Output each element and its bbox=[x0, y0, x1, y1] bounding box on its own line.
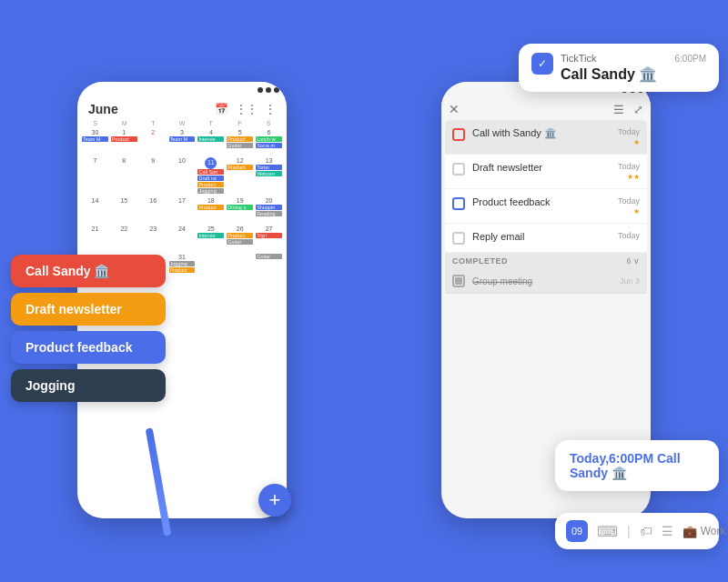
task-item-product-feedback[interactable]: Product feedback Today ★ bbox=[445, 189, 647, 224]
battery-icon bbox=[274, 87, 279, 93]
signal-icon bbox=[258, 87, 263, 93]
fab-button[interactable]: + bbox=[258, 484, 291, 517]
task-priority: ★ bbox=[633, 138, 640, 146]
completed-item-group-meeting[interactable]: Group meeting Jun 3 bbox=[445, 269, 647, 294]
task-card-label: Draft newsletter bbox=[25, 302, 122, 316]
completed-task-title: Group meeting bbox=[472, 276, 532, 286]
task-list-body: Call with Sandy 🏛️ Today ★ Draft newslet… bbox=[445, 120, 647, 253]
left-side: June 📅 ⋮⋮ ⋮ S M T W T F S bbox=[0, 0, 364, 582]
task-priority: ★★ bbox=[627, 173, 640, 181]
calendar-header: June 📅 ⋮⋮ ⋮ bbox=[77, 98, 287, 118]
check-icon: ✓ bbox=[538, 57, 547, 70]
calendar-week-3: 14 15 16 17 18Product 19Dining o 20Shopp… bbox=[81, 196, 283, 224]
number-icon[interactable]: 09 bbox=[566, 520, 588, 542]
calendar-week-1: 30Team M 1Product 2 3Team M 4Intervie 5P… bbox=[81, 128, 283, 156]
task-card-product-feedback[interactable]: Product feedback bbox=[11, 331, 166, 364]
completed-label: COMPLETED bbox=[452, 256, 508, 266]
separator: | bbox=[627, 524, 631, 538]
task-date: Today bbox=[618, 196, 640, 206]
task-meta: Today bbox=[618, 231, 640, 240]
task-title: Draft newsletter bbox=[472, 162, 611, 173]
number-value: 09 bbox=[571, 526, 582, 537]
completed-task-date: Jun 3 bbox=[620, 276, 640, 286]
task-meta: Today ★ bbox=[618, 196, 640, 216]
work-label: Work bbox=[701, 525, 726, 537]
task-title: Call with Sandy 🏛️ bbox=[472, 127, 611, 139]
close-icon[interactable]: ✕ bbox=[449, 102, 460, 116]
task-priority: ★ bbox=[633, 207, 640, 216]
notification-app-row: TickTick 6:00PM bbox=[561, 53, 706, 64]
completed-count[interactable]: 6 ∨ bbox=[626, 256, 640, 266]
wifi-icon bbox=[266, 87, 271, 93]
expand-icon[interactable]: ⤢ bbox=[633, 103, 643, 116]
task-content: Product feedback bbox=[472, 196, 611, 207]
bottom-notification: Today,6:00PM Call Sandy 🏛️ bbox=[555, 440, 719, 491]
work-selector[interactable]: 💼 Work bbox=[682, 525, 726, 538]
task-content: Reply email bbox=[472, 231, 611, 242]
calendar-toolbar: 📅 ⋮⋮ ⋮ bbox=[215, 103, 276, 115]
notification-title: Call Sandy 🏛️ bbox=[561, 65, 706, 83]
task-checkbox[interactable] bbox=[452, 163, 465, 176]
task-meta: Today ★ bbox=[618, 127, 640, 146]
calendar-month: June bbox=[88, 102, 118, 116]
status-bar-left bbox=[77, 82, 287, 98]
task-card-call-sandy[interactable]: Call Sandy 🏛️ bbox=[11, 255, 166, 287]
notification-popup: ✓ TickTick 6:00PM Call Sandy 🏛️ bbox=[519, 44, 719, 92]
task-item-reply-email[interactable]: Reply email Today bbox=[445, 224, 647, 253]
completed-section: COMPLETED 6 ∨ bbox=[445, 253, 647, 269]
task-date: Today bbox=[618, 162, 640, 171]
task-content: Call with Sandy 🏛️ bbox=[472, 127, 611, 139]
task-meta: Today ★★ bbox=[618, 162, 640, 181]
task-date: Today bbox=[618, 231, 640, 240]
app-name: TickTick bbox=[561, 53, 597, 64]
main-container: June 📅 ⋮⋮ ⋮ S M T W T F S bbox=[0, 0, 728, 582]
tag-icon[interactable]: 🏷 bbox=[640, 524, 652, 538]
task-list-header: ✕ ☰ ⤢ bbox=[441, 98, 651, 120]
notification-content: TickTick 6:00PM Call Sandy 🏛️ bbox=[561, 53, 706, 83]
right-side: ✓ TickTick 6:00PM Call Sandy 🏛️ ✕ bbox=[364, 0, 728, 582]
keyboard-icon[interactable]: ⌨ bbox=[597, 523, 618, 540]
task-card-draft-newsletter[interactable]: Draft newsletter bbox=[11, 293, 166, 326]
check-inner bbox=[455, 277, 462, 285]
task-content: Draft newsletter bbox=[472, 162, 611, 173]
task-item-draft-newsletter[interactable]: Draft newsletter Today ★★ bbox=[445, 155, 647, 189]
task-card-label: Product feedback bbox=[25, 340, 132, 355]
task-card-jogging[interactable]: Jogging bbox=[11, 369, 166, 402]
list-icon[interactable]: ☰ bbox=[662, 524, 673, 538]
task-checkbox[interactable] bbox=[452, 197, 465, 210]
calendar-week-4: 21 22 23 24 25Intervie 26ProductGuitar 2… bbox=[81, 225, 283, 252]
task-item-call-sandy[interactable]: Call with Sandy 🏛️ Today ★ bbox=[445, 120, 647, 155]
app-logo: ✓ bbox=[531, 53, 553, 75]
task-title: Reply email bbox=[472, 231, 611, 242]
task-checkbox[interactable] bbox=[452, 128, 465, 141]
task-title: Product feedback bbox=[472, 196, 611, 207]
more-options-icon[interactable]: ⋮ bbox=[265, 103, 276, 115]
grid-view-icon[interactable]: ⋮⋮ bbox=[236, 103, 258, 115]
task-checkbox[interactable] bbox=[452, 232, 465, 245]
completed-checkbox[interactable] bbox=[452, 275, 465, 287]
bottom-notification-text: Today,6:00PM Call Sandy 🏛️ bbox=[570, 451, 704, 480]
task-cards: Call Sandy 🏛️ Draft newsletter Product f… bbox=[11, 255, 166, 407]
list-view-icon[interactable]: ☰ bbox=[613, 103, 624, 116]
task-card-label: Call Sandy 🏛️ bbox=[25, 264, 109, 278]
calendar-view-icon[interactable]: 📅 bbox=[215, 103, 228, 115]
briefcase-icon: 💼 bbox=[682, 525, 697, 538]
header-actions: ☰ ⤢ bbox=[613, 103, 643, 116]
days-of-week: S M T W T F S bbox=[81, 118, 283, 128]
bottom-toolbar: 09 ⌨ | 🏷 ☰ 💼 Work ▶ bbox=[555, 513, 719, 549]
calendar-week-2: 7 8 9 10 11Call SanDraft neProductJoggin… bbox=[81, 156, 283, 196]
notification-time: 6:00PM bbox=[675, 54, 706, 64]
task-date: Today bbox=[618, 127, 640, 136]
task-card-label: Jogging bbox=[25, 378, 75, 393]
